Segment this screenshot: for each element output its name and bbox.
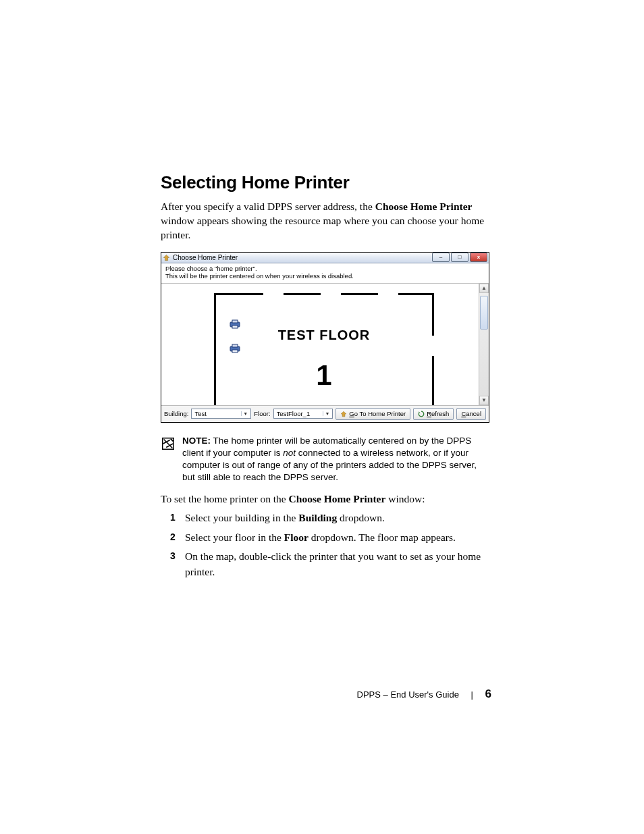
floor-plan: TEST FLOOR 1 [214, 293, 434, 405]
note-block: NOTE: The home printer will be automatic… [161, 435, 491, 484]
building-label: Building: [164, 410, 188, 417]
page-footer: DPPS – End User's Guide | 6 [161, 687, 491, 701]
instruction-line-1: Please choose a "home printer". [165, 265, 485, 272]
svg-rect-4 [232, 344, 238, 347]
note-italic: not [283, 448, 296, 458]
note-icon [161, 435, 176, 484]
window-app-icon [163, 254, 170, 261]
choose-home-printer-window: Choose Home Printer – □ x Please choose … [161, 252, 489, 423]
scroll-down-arrow-icon[interactable]: ▼ [479, 396, 489, 405]
steps-list: Select your building in the Building dro… [161, 511, 491, 579]
note-text: NOTE: The home printer will be automatic… [182, 435, 491, 484]
chevron-down-icon: ▼ [241, 411, 249, 416]
floor-label: Floor: [254, 410, 270, 417]
printer-icon[interactable] [230, 344, 240, 353]
vertical-scrollbar[interactable]: ▲ ▼ [479, 284, 489, 405]
building-dropdown[interactable]: Test ▼ [191, 409, 251, 419]
chevron-down-icon: ▼ [323, 411, 331, 416]
refresh-button[interactable]: Refresh [413, 408, 454, 420]
section-heading: Selecting Home Printer [161, 172, 491, 193]
cancel-button[interactable]: Cancel [456, 408, 486, 420]
scroll-thumb[interactable] [480, 296, 488, 330]
list-item: On the map, double-click the printer tha… [185, 549, 491, 579]
floor-map-label: TEST FLOOR [216, 328, 432, 343]
intro-paragraph: After you specify a valid DPPS server ad… [161, 200, 491, 242]
window-title: Choose Home Printer [173, 254, 431, 261]
go-to-home-printer-button[interactable]: Go To Home Printer [336, 408, 410, 420]
window-titlebar: Choose Home Printer – □ x [161, 253, 489, 263]
steps-lead: To set the home printer on the Choose Ho… [161, 493, 491, 505]
building-value: Test [194, 410, 240, 417]
svg-rect-5 [232, 350, 238, 353]
svg-rect-1 [232, 320, 238, 323]
scroll-up-arrow-icon[interactable]: ▲ [479, 284, 489, 293]
footer-doc-title: DPPS – End User's Guide [357, 689, 459, 700]
window-minimize-button[interactable]: – [432, 253, 450, 262]
window-close-button[interactable]: x [470, 253, 487, 262]
note-label: NOTE: [182, 436, 211, 446]
footer-page-number: 6 [485, 687, 491, 700]
floor-dropdown[interactable]: TestFloor_1 ▼ [273, 409, 333, 419]
floor-map-viewport[interactable]: TEST FLOOR 1 [161, 284, 479, 405]
intro-text-before: After you specify a valid DPPS server ad… [161, 201, 375, 212]
list-item: Select your floor in the Floor dropdown.… [185, 530, 491, 545]
intro-bold: Choose Home Printer [375, 201, 473, 212]
floor-map-number: 1 [216, 359, 432, 392]
list-item: Select your building in the Building dro… [185, 511, 491, 525]
intro-text-after: window appears showing the resource map … [161, 215, 484, 240]
instruction-line-2: This will be the printer centered on whe… [165, 272, 485, 280]
refresh-icon [418, 411, 425, 417]
window-maximize-button[interactable]: □ [451, 253, 468, 262]
floor-value: TestFloor_1 [277, 410, 322, 417]
home-icon [340, 411, 347, 417]
footer-separator: | [471, 689, 473, 700]
window-bottom-bar: Building: Test ▼ Floor: TestFloor_1 ▼ Go… [161, 405, 489, 422]
window-instruction-area: Please choose a "home printer". This wil… [161, 263, 489, 284]
